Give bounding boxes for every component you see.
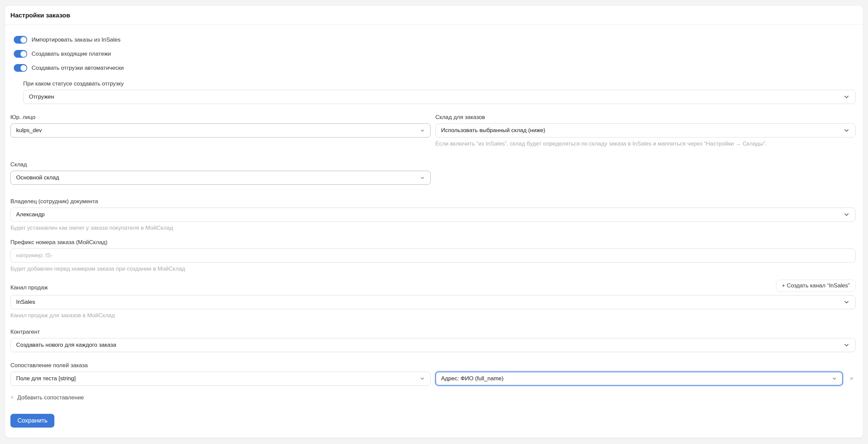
- selected-value: Отгружен: [29, 94, 54, 100]
- toggle-row-auto-shipments: Создавать отгрузки автоматически: [14, 64, 856, 72]
- chevron-down-icon: [420, 175, 425, 180]
- chevron-down-icon: [843, 342, 850, 348]
- shipment-status-field: При каком статусе создавать отгрузку Отг…: [23, 80, 856, 104]
- orders-warehouse-field: Склад для заказов Использовать выбранный…: [435, 114, 856, 146]
- plus-icon: +: [10, 394, 14, 401]
- warehouse-select[interactable]: Основной склад: [10, 171, 431, 185]
- owner-field: Владелец (сотрудник) документа Александр…: [10, 198, 856, 231]
- chevron-down-icon: [843, 299, 850, 306]
- page-title: Настройки заказов: [10, 12, 858, 19]
- mapping-target-select[interactable]: Адрес: ФИО (full_name): [435, 372, 843, 386]
- import-orders-toggle[interactable]: [14, 36, 27, 44]
- warehouse-field: Склад Основной склад: [10, 161, 431, 185]
- sales-channel-field: Канал продаж + Создать канал “InSales” I…: [10, 280, 856, 318]
- owner-hint: Будет установлен как owner у заказа поку…: [10, 225, 856, 231]
- orders-warehouse-label: Склад для заказов: [435, 114, 856, 121]
- toggle-label: Создавать отгрузки автоматически: [32, 65, 124, 71]
- owner-select[interactable]: Александр: [10, 208, 856, 222]
- counterparty-label: Контрагент: [10, 329, 856, 335]
- legal-entity-label: Юр. лицо: [10, 114, 431, 121]
- save-button[interactable]: Сохранить: [10, 414, 54, 428]
- selected-value: Основной склад: [16, 174, 59, 181]
- chevron-down-icon: [420, 376, 425, 381]
- sales-channel-hint: Канал продаж для заказов в МойСклад: [10, 312, 856, 318]
- shipment-status-select[interactable]: Отгружен: [23, 90, 856, 104]
- selected-value: Александр: [16, 211, 44, 218]
- auto-shipments-toggle[interactable]: [14, 64, 27, 72]
- card-header: Настройки заказов: [5, 6, 863, 25]
- prefix-input[interactable]: [16, 252, 850, 259]
- orders-warehouse-select[interactable]: Использовать выбранный склад (ниже): [435, 124, 856, 137]
- shipment-status-label: При каком статусе создавать отгрузку: [23, 80, 856, 87]
- toggle-row-import-orders: Импортировать заказы из InSales: [14, 36, 856, 44]
- selected-value: InSales: [16, 299, 35, 306]
- add-mapping-label: Добавить сопоставление: [18, 395, 84, 401]
- mapping-source-select[interactable]: Поле для теста [string]: [10, 372, 431, 386]
- prefix-hint: Будет добавлен перед номером заказа при …: [10, 266, 856, 272]
- prefix-input-wrap: [10, 248, 856, 263]
- remove-mapping-button[interactable]: ×: [847, 375, 856, 383]
- chevron-down-icon: [843, 211, 850, 218]
- chevron-down-icon: [843, 94, 850, 100]
- toggle-label: Импортировать заказы из InSales: [32, 37, 121, 43]
- create-channel-button[interactable]: + Создать канал “InSales”: [776, 280, 856, 292]
- sales-channel-header: Канал продаж + Создать канал “InSales”: [10, 280, 856, 292]
- add-mapping-link[interactable]: + Добавить сопоставление: [10, 394, 84, 401]
- toggle-row-incoming-payments: Создавать входящие платежи: [14, 50, 856, 58]
- orders-warehouse-hint: Если включить “из InSales”, склад будет …: [435, 141, 856, 146]
- sales-channel-label: Канал продаж: [10, 284, 48, 291]
- selected-value: Поле для теста [string]: [16, 375, 76, 382]
- field-mapping-label: Сопоставление полей заказа: [10, 362, 856, 369]
- selected-value: kulps_dev: [16, 127, 42, 134]
- sales-channel-select[interactable]: InSales: [10, 295, 856, 309]
- legal-entity-select[interactable]: kulps_dev: [10, 124, 431, 137]
- field-mapping-section: Сопоставление полей заказа Поле для тест…: [10, 362, 856, 401]
- counterparty-select[interactable]: Создавать нового для каждого заказа: [10, 338, 856, 352]
- chevron-down-icon: [420, 128, 425, 133]
- owner-label: Владелец (сотрудник) документа: [10, 198, 856, 205]
- chevron-down-icon: [843, 127, 850, 134]
- mapping-row: Поле для теста [string] Адрес: ФИО (full…: [10, 372, 856, 386]
- card-body: Импортировать заказы из InSales Создават…: [5, 25, 863, 428]
- selected-value: Создавать нового для каждого заказа: [16, 342, 116, 348]
- counterparty-field: Контрагент Создавать нового для каждого …: [10, 329, 856, 352]
- selected-value: Адрес: ФИО (full_name): [441, 375, 503, 382]
- legal-entity-field: Юр. лицо kulps_dev: [10, 114, 431, 146]
- prefix-label: Префикс номера заказа (МойСклад): [10, 239, 856, 246]
- prefix-field: Префикс номера заказа (МойСклад) Будет д…: [10, 239, 856, 272]
- warehouse-label: Склад: [10, 161, 431, 168]
- incoming-payments-toggle[interactable]: [14, 50, 27, 58]
- selected-value: Использовать выбранный склад (ниже): [441, 127, 545, 134]
- order-settings-card: Настройки заказов Импортировать заказы и…: [5, 5, 863, 438]
- chevron-down-icon: [832, 376, 837, 381]
- entity-warehouse-row: Юр. лицо kulps_dev Склад для заказов Исп…: [10, 114, 856, 146]
- toggle-label: Создавать входящие платежи: [32, 50, 111, 57]
